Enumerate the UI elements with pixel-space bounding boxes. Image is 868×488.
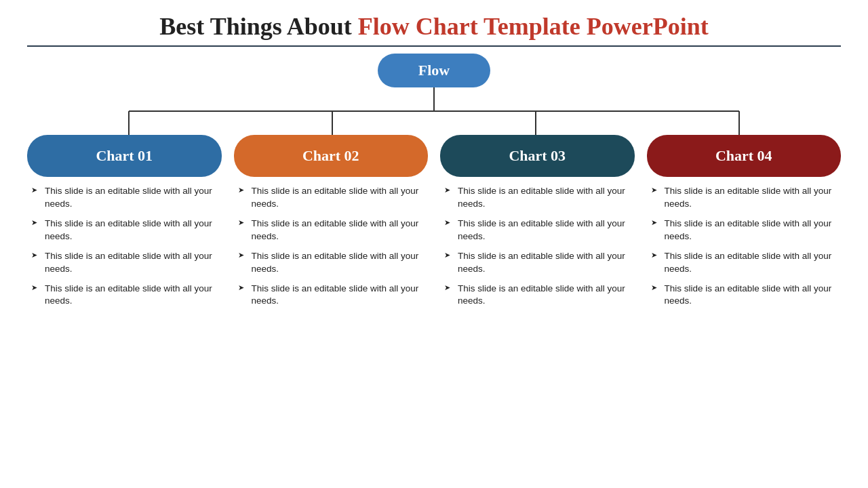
chart03-node: Chart 03 bbox=[440, 135, 635, 177]
flow-diagram: Flow Chart 01 bbox=[27, 54, 841, 314]
title-divider bbox=[27, 45, 841, 47]
chart02-column: Chart 02 This slide is an editable slide… bbox=[234, 135, 429, 314]
title-colored: Flow Chart Template PowerPoint bbox=[358, 13, 709, 40]
chart02-bullets: This slide is an editable slide with all… bbox=[234, 185, 429, 314]
chart03-label: Chart 03 bbox=[509, 147, 566, 164]
children-row: Chart 01 This slide is an editable slide… bbox=[27, 135, 841, 314]
chart02-label: Chart 02 bbox=[302, 147, 359, 164]
chart01-bullets: This slide is an editable slide with all… bbox=[27, 185, 222, 314]
chart04-bullets: This slide is an editable slide with all… bbox=[647, 185, 842, 314]
page: Best Things About Flow Chart Template Po… bbox=[0, 0, 868, 488]
chart03-column: Chart 03 This slide is an editable slide… bbox=[440, 135, 635, 314]
list-item: This slide is an editable slide with all… bbox=[444, 250, 631, 276]
chart01-column: Chart 01 This slide is an editable slide… bbox=[27, 135, 222, 314]
list-item: This slide is an editable slide with all… bbox=[444, 185, 631, 211]
root-label: Flow bbox=[418, 62, 450, 79]
chart04-node: Chart 04 bbox=[647, 135, 842, 177]
connectors bbox=[27, 87, 841, 135]
chart01-label: Chart 01 bbox=[96, 147, 153, 164]
list-item: This slide is an editable slide with all… bbox=[238, 250, 425, 276]
list-item: This slide is an editable slide with all… bbox=[238, 185, 425, 211]
list-item: This slide is an editable slide with all… bbox=[31, 185, 218, 211]
connector-svg bbox=[27, 87, 841, 135]
list-item: This slide is an editable slide with all… bbox=[31, 250, 218, 276]
list-item: This slide is an editable slide with all… bbox=[651, 218, 837, 243]
list-item: This slide is an editable slide with all… bbox=[444, 283, 631, 308]
chart01-node: Chart 01 bbox=[27, 135, 222, 177]
chart02-node: Chart 02 bbox=[234, 135, 429, 177]
list-item: This slide is an editable slide with all… bbox=[238, 218, 425, 243]
list-item: This slide is an editable slide with all… bbox=[31, 283, 218, 308]
list-item: This slide is an editable slide with all… bbox=[31, 218, 218, 243]
list-item: This slide is an editable slide with all… bbox=[651, 283, 837, 308]
list-item: This slide is an editable slide with all… bbox=[651, 250, 837, 276]
list-item: This slide is an editable slide with all… bbox=[651, 185, 837, 211]
chart04-column: Chart 04 This slide is an editable slide… bbox=[647, 135, 842, 314]
page-title: Best Things About Flow Chart Template Po… bbox=[159, 12, 708, 41]
chart04-label: Chart 04 bbox=[715, 147, 772, 164]
root-node: Flow bbox=[378, 54, 490, 87]
list-item: This slide is an editable slide with all… bbox=[238, 283, 425, 308]
title-prefix: Best Things About bbox=[159, 13, 357, 40]
list-item: This slide is an editable slide with all… bbox=[444, 218, 631, 243]
chart03-bullets: This slide is an editable slide with all… bbox=[440, 185, 635, 314]
